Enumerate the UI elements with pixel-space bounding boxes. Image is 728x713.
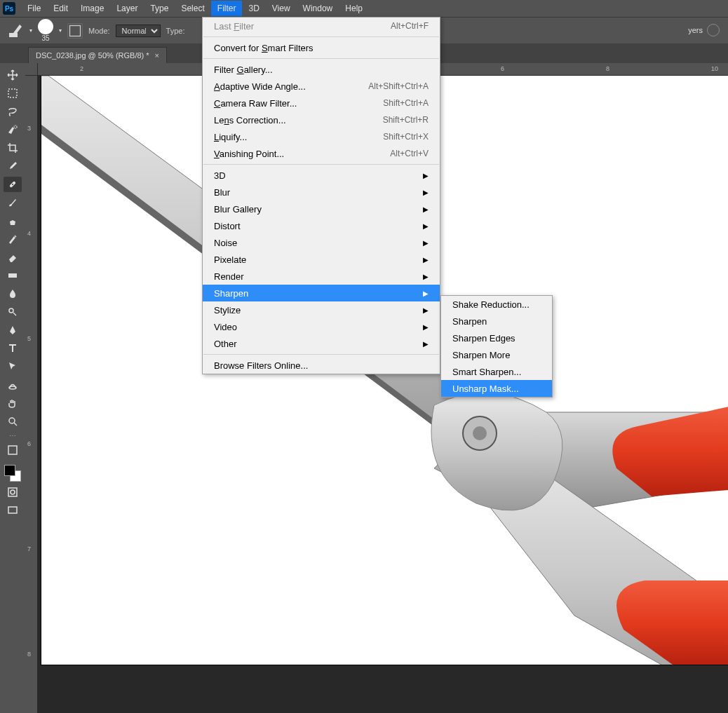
svg-rect-10	[8, 488, 17, 496]
filter-menu-item-lens-correction[interactable]: Lens Correction...Shift+Ctrl+R	[203, 111, 440, 128]
lasso-tool[interactable]	[4, 104, 22, 119]
tools-panel: ⋯	[0, 63, 25, 522]
submenu-arrow-icon: ▶	[423, 239, 429, 247]
filter-menu-item-sharpen[interactable]: Sharpen▶	[203, 285, 440, 301]
screenmode-tool[interactable]	[4, 503, 22, 518]
eyedropper-tool[interactable]	[4, 158, 22, 174]
mode-select[interactable]: Normal	[116, 25, 161, 37]
filter-menu-item-liquify[interactable]: Liquify...Shift+Ctrl+X	[203, 128, 440, 145]
filter-menu-item-stylize[interactable]: Stylize▶	[203, 301, 440, 318]
clone-tool[interactable]	[4, 213, 22, 229]
filter-menu-item-camera-raw-filter[interactable]: Camera Raw Filter...Shift+Ctrl+A	[203, 95, 440, 111]
menu-file[interactable]: File	[21, 1, 47, 16]
svg-point-6	[9, 308, 13, 313]
edit-toolbar-tool[interactable]	[4, 442, 22, 458]
healing-tool[interactable]	[4, 177, 22, 192]
adjustment-icon[interactable]	[707, 24, 720, 36]
submenu-arrow-icon: ▶	[423, 256, 429, 264]
sharpen-item-unsharp-mask[interactable]: Unsharp Mask...	[441, 380, 552, 397]
pen-tool[interactable]	[4, 322, 22, 338]
filter-menu-item-filter-gallery[interactable]: Filter Gallery...	[203, 61, 440, 78]
submenu-arrow-icon: ▶	[423, 189, 429, 196]
filter-menu-item-other[interactable]: Other▶	[203, 335, 440, 352]
move-tool[interactable]	[4, 67, 22, 83]
blur-tool[interactable]	[4, 286, 22, 301]
crop-tool[interactable]	[4, 140, 22, 156]
path-select-tool[interactable]	[4, 359, 22, 374]
filter-menu-item-last-filter: Last FilterAlt+Ctrl+F	[203, 18, 440, 34]
svg-rect-1	[70, 25, 81, 36]
brush-size-value: 35	[41, 34, 49, 42]
menu-select[interactable]: Select	[175, 1, 210, 16]
filter-menu: Last FilterAlt+Ctrl+FConvert for Smart F…	[202, 17, 440, 374]
tool-preset-icon[interactable]	[7, 22, 24, 39]
menu-layer[interactable]: Layer	[110, 1, 144, 16]
quickmask-tool[interactable]	[4, 484, 22, 500]
ruler-corner	[25, 63, 38, 76]
menu-image[interactable]: Image	[74, 1, 110, 16]
submenu-arrow-icon: ▶	[423, 222, 429, 230]
svg-point-11	[11, 490, 15, 494]
document-tab-title: DSC_0238.jpg @ 50% (RGB/8) *	[36, 51, 149, 60]
filter-menu-item-3d[interactable]: 3D▶	[203, 167, 440, 184]
tool-divider: ⋯	[9, 432, 16, 440]
filter-menu-item-blur[interactable]: Blur▶	[203, 184, 440, 201]
color-swatches[interactable]	[4, 465, 21, 482]
filter-menu-item-pixelate[interactable]: Pixelate▶	[203, 251, 440, 268]
marquee-tool[interactable]	[4, 86, 22, 101]
svg-point-3	[14, 125, 17, 128]
filter-menu-item-render[interactable]: Render▶	[203, 268, 440, 285]
zoom-tool[interactable]	[4, 414, 22, 429]
dropdown-caret-icon[interactable]: ▾	[59, 27, 62, 34]
sharpen-item-sharpen-edges[interactable]: Sharpen Edges	[441, 330, 552, 346]
menu-view[interactable]: View	[266, 1, 297, 16]
filter-menu-item-separator	[203, 354, 439, 355]
menu-filter[interactable]: Filter	[211, 1, 243, 16]
submenu-arrow-icon: ▶	[423, 290, 429, 297]
submenu-arrow-icon: ▶	[423, 323, 429, 331]
brush-panel-toggle-icon[interactable]	[67, 23, 83, 39]
sharpen-item-smart-sharpen[interactable]: Smart Sharpen...	[441, 363, 552, 380]
filter-menu-item-adaptive-wide-angle[interactable]: Adaptive Wide Angle...Alt+Shift+Ctrl+A	[203, 78, 440, 95]
ps-logo-icon: Ps	[3, 2, 15, 15]
menu-3d[interactable]: 3D	[242, 1, 265, 16]
sharpen-item-shake-reduction[interactable]: Shake Reduction...	[441, 296, 552, 313]
submenu-arrow-icon: ▶	[423, 172, 429, 179]
filter-menu-item-browse-filters-online[interactable]: Browse Filters Online...	[203, 357, 440, 374]
dodge-tool[interactable]	[4, 304, 22, 320]
filter-menu-item-distort[interactable]: Distort▶	[203, 217, 440, 234]
sharpen-submenu: Shake Reduction...SharpenSharpen EdgesSh…	[440, 295, 553, 398]
menu-edit[interactable]: Edit	[47, 1, 74, 16]
filter-menu-item-video[interactable]: Video▶	[203, 318, 440, 335]
svg-rect-12	[8, 507, 17, 513]
submenu-arrow-icon: ▶	[423, 340, 429, 348]
submenu-arrow-icon: ▶	[423, 205, 429, 213]
filter-menu-item-vanishing-point[interactable]: Vanishing Point...Alt+Ctrl+V	[203, 145, 440, 162]
sharpen-item-sharpen-more[interactable]: Sharpen More	[441, 346, 552, 363]
close-icon[interactable]: ×	[155, 51, 159, 60]
layers-tab[interactable]: yers	[688, 26, 703, 34]
hand-tool[interactable]	[4, 395, 22, 411]
quick-select-tool[interactable]	[4, 122, 22, 137]
menubar: Ps FileEditImageLayerTypeSelectFilter3DV…	[0, 0, 728, 17]
eraser-tool[interactable]	[4, 250, 22, 265]
dropdown-caret-icon[interactable]: ▾	[29, 27, 32, 34]
menu-window[interactable]: Window	[297, 1, 339, 16]
filter-menu-item-noise[interactable]: Noise▶	[203, 234, 440, 251]
filter-menu-item-convert-for-smart-filters[interactable]: Convert for Smart Filters	[203, 39, 440, 56]
submenu-arrow-icon: ▶	[423, 273, 429, 280]
filter-menu-item-separator	[203, 36, 439, 37]
menu-help[interactable]: Help	[339, 1, 369, 16]
type-tool[interactable]	[4, 341, 22, 356]
history-brush-tool[interactable]	[4, 231, 22, 247]
brush-preview-icon[interactable]	[38, 19, 53, 34]
right-panel-fragment: yers	[688, 17, 728, 43]
vertical-ruler[interactable]: 345678	[25, 76, 38, 713]
menu-type[interactable]: Type	[144, 1, 175, 16]
shape-tool[interactable]	[4, 377, 22, 393]
sharpen-item-sharpen[interactable]: Sharpen	[441, 313, 552, 330]
gradient-tool[interactable]	[4, 268, 22, 283]
brush-tool[interactable]	[4, 195, 22, 210]
filter-menu-item-blur-gallery[interactable]: Blur Gallery▶	[203, 201, 440, 217]
document-tab[interactable]: DSC_0238.jpg @ 50% (RGB/8) * ×	[28, 47, 167, 63]
